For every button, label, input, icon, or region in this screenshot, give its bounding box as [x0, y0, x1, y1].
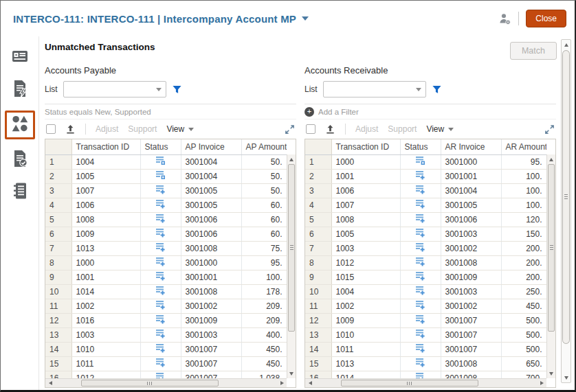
plus-circle-icon[interactable]: + [304, 107, 314, 117]
scroll-left-icon[interactable] [306, 379, 314, 387]
table-row[interactable]: 1110023001002209. [45, 299, 287, 313]
table-row[interactable]: 51008300100660. [45, 212, 287, 227]
status-supported-icon[interactable] [155, 156, 166, 168]
ap-select-all-checkbox[interactable] [46, 124, 56, 134]
status-new-icon[interactable] [155, 372, 166, 378]
status-new-icon[interactable] [415, 286, 425, 297]
scroll-right-icon[interactable] [278, 379, 286, 387]
ar-select-all-checkbox[interactable] [306, 124, 315, 134]
ap-adjust-button[interactable]: Adjust [96, 124, 118, 134]
status-new-icon[interactable] [155, 343, 166, 355]
table-row[interactable]: 910013001001100. [45, 270, 287, 284]
table-row[interactable]: 410073001005100. [305, 198, 546, 212]
status-new-icon[interactable] [155, 286, 166, 297]
page-vertical-scrollbar[interactable] [561, 39, 571, 383]
table-row[interactable]: 71013300100875. [45, 241, 287, 255]
ar-adjust-button[interactable]: Adjust [355, 124, 378, 134]
status-new-icon[interactable] [155, 329, 166, 341]
status-new-icon[interactable] [415, 372, 425, 378]
ar-horizontal-scrollbar[interactable] [305, 378, 546, 387]
ar-vscroll-thumb[interactable] [548, 164, 555, 332]
ar-expand-icon[interactable] [544, 124, 555, 135]
ar-col-invoice[interactable]: AR Invoice [441, 139, 501, 154]
scroll-down-icon[interactable] [547, 369, 555, 378]
status-new-icon[interactable] [415, 228, 425, 240]
status-new-icon[interactable] [155, 271, 166, 283]
table-row[interactable]: 310063001004100. [305, 183, 546, 198]
ap-expand-icon[interactable] [285, 124, 295, 135]
table-row[interactable]: 1310033001003400. [45, 327, 287, 342]
table-row[interactable]: 61009300100660. [45, 227, 287, 241]
table-row[interactable]: 1010143001008178. [45, 284, 287, 299]
table-row[interactable]: 11004300100450. [45, 154, 287, 169]
status-new-icon[interactable] [155, 214, 166, 225]
ap-hscroll-thumb[interactable] [81, 380, 219, 387]
status-new-icon[interactable] [415, 214, 425, 225]
table-row[interactable]: 210013001001100. [305, 169, 546, 183]
ap-col-invoice[interactable]: AP Invoice [181, 139, 241, 154]
sidebar-item-auto-match[interactable] [8, 78, 32, 102]
status-new-icon[interactable] [155, 185, 166, 196]
table-row[interactable]: 11000300100095. [305, 154, 546, 169]
status-new-icon[interactable] [415, 271, 425, 283]
ar-list-select[interactable] [323, 81, 426, 97]
status-new-icon[interactable] [415, 199, 425, 211]
status-new-icon[interactable] [155, 257, 166, 268]
status-supported-icon[interactable] [155, 170, 166, 182]
scroll-up-icon[interactable] [287, 155, 296, 163]
ar-filter-icon[interactable] [432, 84, 442, 95]
status-new-icon[interactable] [155, 358, 166, 369]
ar-export-icon[interactable] [325, 124, 335, 135]
table-row[interactable]: 610053001003150. [305, 227, 546, 241]
table-row[interactable]: 21005300100450. [45, 169, 287, 183]
table-row[interactable]: 1410113001007500. [305, 342, 546, 356]
ar-view-menu[interactable]: View [426, 124, 454, 134]
status-new-icon[interactable] [415, 242, 425, 254]
scroll-left-icon[interactable] [46, 379, 54, 387]
table-row[interactable]: 81000300100095. [45, 255, 287, 270]
table-row[interactable]: 31007300100550. [45, 183, 287, 198]
status-new-icon[interactable] [415, 343, 425, 355]
sidebar-item-unmatched-transactions[interactable] [5, 111, 35, 139]
status-supported-icon[interactable] [415, 156, 425, 168]
table-row[interactable]: 1110023001002450. [305, 299, 546, 313]
table-row[interactable]: 1010043001003250. [305, 284, 546, 299]
scroll-right-icon[interactable] [538, 379, 546, 387]
user-actions-icon[interactable] [498, 12, 511, 25]
ar-col-status[interactable]: Status [400, 139, 441, 154]
table-row[interactable]: 1210093001007500. [305, 313, 546, 327]
table-row[interactable]: 510083001006120. [305, 212, 546, 227]
ar-hscroll-thumb[interactable] [341, 380, 478, 387]
status-new-icon[interactable] [415, 257, 425, 268]
ap-export-icon[interactable] [65, 124, 76, 135]
sidebar-item-adjustments[interactable] [8, 181, 32, 204]
ar-col-amount[interactable]: AR Amount [501, 139, 546, 154]
scroll-down-icon[interactable] [562, 373, 571, 382]
ap-col-transaction-id[interactable]: Transaction ID [71, 139, 140, 154]
ap-support-button[interactable]: Support [128, 124, 157, 134]
table-row[interactable]: 1510133001008650. [305, 356, 546, 371]
table-row[interactable]: 41006300100560. [45, 198, 287, 212]
table-row[interactable]: 710033001002200. [305, 241, 546, 255]
ap-col-amount[interactable]: AP Amount [241, 139, 287, 154]
ap-col-status[interactable]: Status [140, 139, 181, 154]
title-dropdown-caret-icon[interactable] [302, 16, 309, 21]
status-new-icon[interactable] [155, 314, 166, 326]
status-new-icon[interactable] [415, 300, 425, 312]
ap-horizontal-scrollbar[interactable] [45, 378, 287, 387]
close-button[interactable]: Close [526, 10, 566, 27]
table-row[interactable]: 1510113001007450. [45, 356, 287, 371]
sidebar-item-overview[interactable] [8, 46, 32, 69]
scroll-up-icon[interactable] [547, 155, 555, 163]
status-new-icon[interactable] [415, 314, 425, 326]
table-row[interactable]: 1210163001009209. [45, 313, 287, 327]
ap-filter-icon[interactable] [172, 84, 182, 95]
scroll-down-icon[interactable] [287, 369, 296, 378]
page-vscroll-thumb[interactable] [562, 50, 570, 344]
ar-col-transaction-id[interactable]: Transaction ID [331, 139, 400, 154]
table-row[interactable]: 1310103001007500. [305, 327, 546, 342]
ar-support-button[interactable]: Support [388, 124, 417, 134]
table-row[interactable]: 1410103001007450. [45, 342, 287, 356]
table-row[interactable]: 1610143001008700. [305, 371, 546, 378]
status-new-icon[interactable] [415, 170, 425, 182]
